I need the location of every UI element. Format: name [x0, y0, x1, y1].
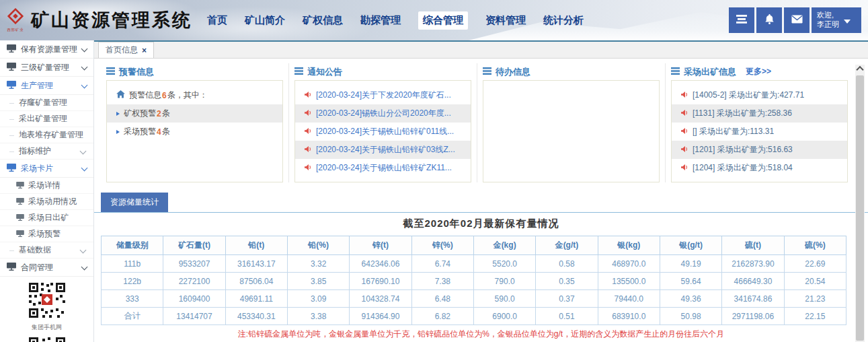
table-cell: 49.19 [660, 255, 721, 273]
user-name: 李正明 [817, 20, 839, 30]
more-link[interactable]: 更多>> [746, 66, 771, 77]
list-icon [736, 14, 747, 26]
tab-resource-reserve-stats[interactable]: 资源储量统计 [101, 193, 168, 212]
table-cell: 104328.74 [350, 290, 411, 308]
outmine-item[interactable]: [1204] 采场出矿量为:518.04 [672, 159, 847, 177]
table-cell: 79440.0 [598, 290, 660, 308]
outmine-item[interactable]: [1131] 采场出矿量为:258.36 [672, 104, 847, 123]
table-header-cell: 银(g/t) [660, 236, 721, 255]
scrollbar-thumb[interactable] [856, 75, 864, 341]
sidebar-item-stope-card[interactable]: 采场卡片 [0, 160, 93, 178]
close-icon[interactable] [142, 46, 147, 55]
table-cell: 683910.0 [598, 308, 660, 325]
scroll-up-icon[interactable] [855, 65, 865, 75]
nav-item-comprehensive[interactable]: 综合管理 [418, 11, 468, 30]
notice-item[interactable]: [2020-03-24]关于锡铁山铅锌矿03线Z... [295, 141, 471, 159]
table-cell: 5520.0 [473, 255, 535, 273]
table-cell: 468970.0 [598, 255, 660, 273]
panel-notice: 通知公告 [2020-03-24]关于下发2020年度矿石... [2020-0… [288, 63, 477, 182]
notice-item[interactable]: [2020-03-24]锡铁山分公司2020年度... [295, 104, 471, 123]
tab-bar: 首页信息 [94, 40, 868, 59]
main-content: 首页信息 预警信息 预警信息6 条，其中： 矿权预警2 条 [94, 40, 868, 342]
megaphone-icon [305, 164, 313, 173]
user-menu[interactable]: 欢迎, 李正明 [812, 7, 861, 33]
table-cell: 22.15 [784, 308, 846, 325]
monitor-icon [16, 197, 24, 207]
sidebar-item-surface-stockpile[interactable]: 地表堆存矿量管理 [0, 127, 93, 143]
stats-tab-row: 资源储量统计 [94, 193, 868, 213]
notification-button[interactable] [756, 7, 782, 33]
vertical-scrollbar[interactable] [855, 65, 865, 342]
nav-item-statistics[interactable]: 统计分析 [543, 14, 584, 27]
tab-home-info[interactable]: 首页信息 [98, 42, 154, 58]
chevron-down-icon [81, 64, 88, 71]
table-cell: 341674.86 [722, 290, 784, 308]
sidebar-item-stored-ore[interactable]: 存窿矿量管理 [0, 95, 93, 111]
sidebar-item-base-data[interactable]: 基础数据 [0, 242, 93, 259]
table-cell: 3.38 [287, 308, 349, 325]
panel-outmine: 采场出矿信息 更多>> [14005-2] 采场出矿量为:427.71 [113… [665, 63, 853, 182]
table-header-cell: 银(kg) [598, 236, 660, 255]
table-cell: 6.82 [411, 308, 473, 325]
sidebar-item-three-level[interactable]: 三级矿量管理 [0, 59, 93, 77]
sidebar-item-indicator-maintenance[interactable]: 指标维护 [0, 143, 93, 160]
megaphone-icon [305, 145, 313, 155]
chevron-down-icon [844, 20, 851, 24]
table-cell: 6900.0 [473, 308, 535, 325]
nav-item-exploration[interactable]: 勘探管理 [360, 14, 401, 27]
panel-todo: 待办信息 [477, 63, 665, 182]
triangle-right-icon [116, 112, 120, 116]
monitor-icon [16, 230, 24, 239]
nav-item-materials[interactable]: 资料管理 [485, 14, 526, 27]
table-header-cell: 锌(%) [411, 236, 473, 255]
list-icon [294, 67, 303, 77]
table-cell: 87506.04 [225, 273, 287, 290]
bell-icon [764, 14, 775, 27]
outmine-item[interactable]: [1201] 采场出矿量为:516.63 [672, 141, 847, 159]
sidebar-item-stope-warning[interactable]: 采场预警 [0, 226, 93, 242]
list-button[interactable] [729, 7, 754, 33]
sidebar-item-mined-ore[interactable]: 采出矿量管理 [0, 111, 93, 127]
table-header-cell: 金(g/t) [536, 236, 598, 255]
sidebar-item-stope-daily-output[interactable]: 采场日出矿 [0, 210, 93, 226]
table-cell: 49691.11 [225, 290, 287, 308]
table-cell: 3.32 [287, 255, 349, 273]
table-cell: 2272100 [163, 273, 225, 290]
app-title: 矿山资源管理系统 [31, 8, 192, 32]
notice-item[interactable]: [2020-03-24]关于下发2020年度矿石... [295, 86, 471, 104]
triangle-right-icon [116, 130, 120, 134]
monitor-icon [16, 213, 24, 223]
sidebar-item-stope-details[interactable]: 采场详情 [0, 178, 93, 194]
table-cell: 20.54 [784, 273, 846, 290]
panel-title: 待办信息 [496, 66, 530, 78]
table-cell: 453340.31 [225, 308, 287, 325]
table-footnote: 注:铅锌硫金属单位为吨，金银金属量单位为千克，铅锌硫品位单位为%，金银品位单位为… [94, 329, 868, 340]
mail-icon [791, 14, 803, 26]
qr-code-mobile: 集团手机网 [0, 281, 93, 332]
sidebar-item-contract[interactable]: 合同管理 [0, 259, 93, 277]
table-cell: 333 [102, 290, 163, 308]
warning-summary: 预警信息6 条，其中： [107, 86, 282, 104]
sidebar-item-production[interactable]: 生产管理 [0, 77, 93, 95]
table-row-total: 合计 13414707 453340.31 3.38 914364.90 6.8… [102, 308, 846, 325]
table-row: 111b 9533207 316143.17 3.32 642346.06 6.… [102, 255, 846, 273]
outmine-item[interactable]: [] 采场出矿量为:113.31 [672, 123, 847, 141]
nav-item-mine-intro[interactable]: 矿山简介 [245, 14, 285, 27]
monitor-icon [7, 44, 16, 55]
table-cell: 59.64 [660, 273, 721, 290]
warning-row-mining-rights[interactable]: 矿权预警2 条 [107, 104, 282, 123]
sidebar-item-retained-reserves[interactable]: 保有资源量管理 [0, 40, 93, 59]
notice-item[interactable]: [2020-03-24]关于锡铁山铅锌矿ZK11... [295, 159, 471, 177]
nav-item-home[interactable]: 首页 [207, 14, 227, 27]
panel-title: 采场出矿信息 [684, 66, 736, 78]
warning-row-stope[interactable]: 采场预警4 条 [107, 123, 282, 141]
mail-button[interactable] [784, 7, 810, 33]
sidebar-item-stope-usage[interactable]: 采场动用情况 [0, 194, 93, 210]
app-header: 西部矿业 矿山资源管理系统 首页 矿山简介 矿权信息 勘探管理 综合管理 资料管… [0, 0, 868, 40]
notice-item[interactable]: [2020-03-24]关于锡铁山铅锌矿011线... [295, 123, 471, 141]
table-cell: 1609400 [163, 290, 225, 308]
table-cell: 111b [102, 255, 163, 273]
table-header-row: 储量级别 矿石量(t) 铅(t) 铅(%) 锌(t) 锌(%) 金(kg) 金(… [102, 236, 846, 255]
nav-item-mining-rights[interactable]: 矿权信息 [303, 14, 343, 27]
outmine-item[interactable]: [14005-2] 采场出矿量为:427.71 [672, 86, 847, 104]
